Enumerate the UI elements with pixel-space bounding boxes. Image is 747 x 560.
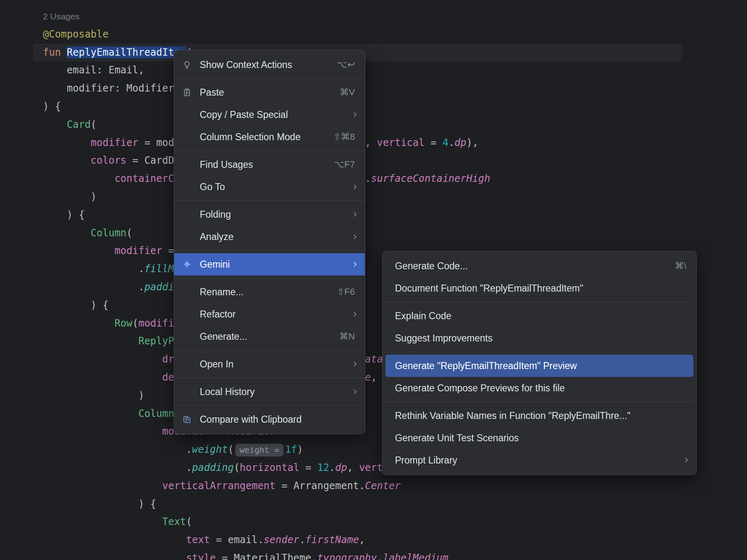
- menu-item-paste[interactable]: Paste⌘V: [174, 81, 365, 104]
- code-line: style = MaterialTheme.typography.labelMe…: [0, 549, 747, 560]
- code-token: [43, 552, 186, 560]
- menu-item-explain-code[interactable]: Explain Code: [383, 305, 696, 327]
- code-line: modifier = modifier.padding(horizontal =…: [0, 134, 747, 152]
- code-token: [43, 318, 114, 329]
- code-line: ) {: [0, 98, 747, 116]
- code-token: style: [186, 552, 216, 560]
- chevron-right-icon: [352, 261, 365, 268]
- code-token: (: [126, 227, 132, 239]
- menu-item-rename[interactable]: Rename...⇧F6: [174, 281, 365, 303]
- menu-item-label: Document Function "ReplyEmailThreadItem": [395, 283, 592, 294]
- menu-item-label: Generate...: [200, 331, 256, 342]
- menu-item-folding[interactable]: Folding: [174, 203, 365, 226]
- paste-icon: [174, 88, 200, 96]
- menu-item-compare-with-clipboard[interactable]: Compare with Clipboard: [174, 408, 365, 431]
- menu-item-show-context-actions[interactable]: Show Context Actions⌥↩: [174, 54, 365, 76]
- code-token: Center: [365, 480, 401, 492]
- menu-item-analyze[interactable]: Analyze: [174, 226, 365, 248]
- compare-icon: [174, 415, 200, 424]
- code-token: dp: [454, 137, 466, 148]
- chevron-right-icon: [352, 184, 365, 190]
- menu-item-suggest-improvements[interactable]: Suggest Improvements: [383, 327, 696, 349]
- menu-item-shortcut: ⇧F6: [326, 287, 365, 297]
- menu-item-local-history[interactable]: Local History: [174, 381, 365, 403]
- code-token: 1f: [285, 444, 297, 455]
- code-token: .: [43, 462, 192, 473]
- code-token: .: [365, 173, 371, 184]
- code-token: ,: [359, 534, 365, 546]
- menu-item-generate-compose-previews[interactable]: Generate Compose Previews for this file: [383, 377, 696, 399]
- code-token: ),: [466, 137, 478, 148]
- chevron-right-icon: [352, 311, 365, 318]
- code-token: colors: [91, 155, 127, 166]
- menu-item-label: Go To: [200, 181, 234, 193]
- code-line: ): [0, 188, 747, 206]
- menu-item-label: Folding: [200, 209, 240, 220]
- code-token: 4: [442, 137, 448, 148]
- menu-separator: [174, 405, 365, 406]
- menu-item-open-in[interactable]: Open In: [174, 353, 365, 375]
- code-line: Text(: [0, 513, 747, 531]
- menu-item-generate[interactable]: Generate...⌘N: [174, 325, 365, 348]
- menu-separator: [174, 350, 365, 351]
- code-token: [43, 137, 91, 148]
- code-token: modifier: [114, 245, 162, 256]
- menu-item-label: Explain Code: [395, 311, 461, 322]
- menu-item-copy-paste-special[interactable]: Copy / Paste Special: [174, 104, 365, 126]
- menu-item-gemini[interactable]: Gemini: [174, 253, 365, 275]
- menu-item-shortcut: ⌥↩: [326, 59, 365, 70]
- menu-item-go-to[interactable]: Go To: [174, 176, 365, 198]
- code-token: [43, 227, 91, 239]
- code-token: (: [234, 462, 239, 473]
- code-token: [43, 155, 91, 166]
- code-token: [43, 353, 162, 365]
- menu-item-refactor[interactable]: Refactor: [174, 303, 365, 325]
- code-line: containerColor = MaterialTheme.colorSche…: [0, 170, 747, 188]
- code-token: [43, 426, 162, 437]
- menu-item-label: Local History: [200, 386, 264, 398]
- code-token: [43, 119, 67, 130]
- code-token: .: [329, 462, 335, 473]
- code-token: [43, 408, 138, 419]
- code-token: vertical: [377, 137, 425, 148]
- menu-item-document-function[interactable]: Document Function "ReplyEmailThreadItem": [383, 277, 696, 299]
- ide-editor-window: 2 Usages@Composablefun ReplyEmailThreadI…: [0, 0, 747, 560]
- menu-item-label: Refactor: [200, 309, 245, 320]
- menu-item-shortcut: ⌘V: [329, 87, 365, 98]
- menu-item-find-usages[interactable]: Find Usages⌥F7: [174, 153, 365, 176]
- menu-item-label: Copy / Paste Special: [200, 109, 297, 120]
- code-token: .: [43, 263, 144, 275]
- code-line-current: fun ReplyEmailThreadItem(: [0, 44, 747, 62]
- chevron-right-icon: [352, 388, 365, 395]
- code-token: [43, 534, 186, 546]
- menu-item-column-selection-mode[interactable]: Column Selection Mode⇧⌘8: [174, 126, 365, 148]
- code-token: = MaterialTheme.: [216, 552, 317, 560]
- code-token: ,: [347, 462, 359, 473]
- code-token: typography: [317, 552, 377, 560]
- menu-item-rethink-variable-names[interactable]: Rethink Variable Names in Function "Repl…: [383, 405, 696, 427]
- menu-item-generate-unit-test-scenarios[interactable]: Generate Unit Test Scenarios: [383, 427, 696, 449]
- usages-inlay-hint[interactable]: 2 Usages: [43, 12, 80, 21]
- menu-item-generate-code[interactable]: Generate Code...⌘\: [383, 255, 696, 277]
- inlay-hint-chip: weight =: [235, 444, 283, 456]
- code-token: surfaceContainerHigh: [371, 173, 490, 184]
- code-token: (: [228, 444, 234, 455]
- menu-item-label: Paste: [200, 87, 233, 98]
- code-token: Column: [91, 227, 127, 239]
- menu-item-label: Find Usages: [200, 159, 262, 170]
- code-line: ) {: [0, 206, 747, 224]
- gemini-submenu: Generate Code...⌘\Document Function "Rep…: [382, 251, 697, 475]
- menu-item-label: Show Context Actions: [200, 59, 301, 71]
- code-line: 2 Usages: [0, 7, 747, 26]
- code-token: labelMedium: [383, 552, 449, 560]
- code-token: ): [297, 444, 303, 455]
- menu-item-prompt-library[interactable]: Prompt Library: [383, 449, 696, 471]
- menu-item-label: Gemini: [200, 259, 239, 270]
- code-token: ,: [371, 372, 377, 383]
- code-token: .: [43, 281, 144, 293]
- menu-item-shortcut: ⇧⌘8: [322, 132, 365, 142]
- code-token: text: [186, 534, 210, 546]
- menu-separator: [174, 200, 365, 201]
- menu-item-label: Compare with Clipboard: [200, 414, 311, 425]
- menu-item-generate-preview[interactable]: Generate "ReplyEmailThreadItem" Preview: [385, 355, 693, 377]
